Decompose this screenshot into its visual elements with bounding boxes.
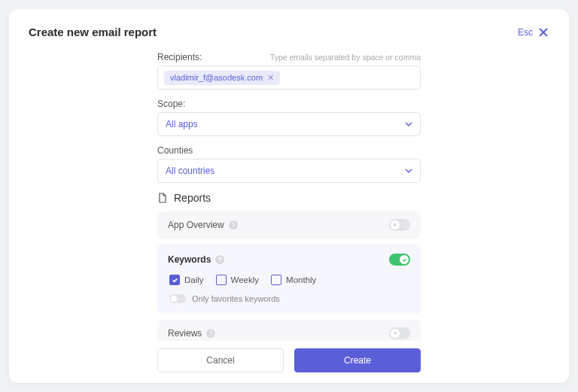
help-icon[interactable]: ?	[229, 220, 238, 229]
countries-select[interactable]: All countries	[157, 159, 421, 183]
scope-label: Scope:	[157, 99, 185, 109]
recipient-chip-label: vladimir_f@asodesk.com	[170, 73, 263, 82]
reports-section-header: Reports	[157, 192, 421, 204]
x-icon: ✕	[393, 330, 397, 336]
create-email-report-modal: Create new email report Esc Recipients: …	[9, 9, 569, 383]
cancel-button-label: Cancel	[206, 355, 234, 366]
help-icon[interactable]: ?	[215, 255, 224, 264]
document-icon	[157, 193, 168, 203]
toggle-app-overview[interactable]: ✕	[389, 219, 410, 231]
freq-weekly-label: Weekly	[231, 275, 260, 284]
toggle-reviews[interactable]: ✕	[389, 327, 410, 339]
remove-chip-icon[interactable]: ✕	[267, 73, 274, 83]
favorites-row: Only favorites keywords	[168, 294, 410, 303]
freq-weekly[interactable]: Weekly	[216, 275, 260, 285]
scope-value: All apps	[166, 119, 198, 129]
report-name-app-overview: App Overview	[168, 220, 224, 230]
recipients-hint: Type emails separated by space or comma	[270, 53, 421, 62]
modal-header: Create new email report Esc	[29, 26, 549, 38]
toggle-favorites[interactable]	[169, 294, 186, 303]
freq-daily[interactable]: Daily	[169, 275, 204, 285]
recipients-label: Recipients:	[157, 52, 202, 62]
report-name-reviews: Reviews	[168, 328, 202, 339]
chevron-down-icon	[405, 120, 412, 128]
x-icon: ✕	[393, 222, 397, 228]
cancel-button[interactable]: Cancel	[157, 348, 284, 372]
report-card-keywords: Keywords ?	[157, 245, 421, 314]
report-name-keywords: Keywords	[168, 254, 211, 265]
countries-label-row: Counties	[157, 145, 421, 156]
close-button[interactable]: Esc	[518, 26, 549, 38]
scope-select[interactable]: All apps	[157, 112, 421, 136]
countries-value: All countries	[166, 166, 214, 176]
check-icon	[402, 257, 407, 263]
toggle-keywords[interactable]	[389, 254, 410, 266]
recipient-chip: vladimir_f@asodesk.com ✕	[164, 71, 280, 85]
freq-daily-label: Daily	[184, 275, 204, 284]
favorites-label: Only favorites keywords	[192, 294, 280, 303]
close-icon	[537, 26, 549, 38]
frequency-options: Daily Weekly Monthly	[168, 275, 410, 285]
countries-label: Counties	[157, 145, 193, 156]
scope-label-row: Scope:	[157, 99, 421, 109]
report-card-reviews: Reviews ? ✕	[157, 320, 421, 341]
modal-footer: Cancel Create	[29, 341, 549, 372]
create-button-label: Create	[344, 355, 371, 366]
help-icon[interactable]: ?	[206, 329, 215, 338]
freq-monthly-label: Monthly	[286, 275, 316, 284]
check-icon	[172, 277, 178, 284]
form: Recipients: Type emails separated by spa…	[157, 52, 421, 341]
recipients-label-row: Recipients: Type emails separated by spa…	[157, 52, 421, 62]
esc-label: Esc	[518, 27, 533, 38]
chevron-down-icon	[405, 167, 412, 175]
freq-monthly[interactable]: Monthly	[271, 275, 316, 285]
reports-section-title: Reports	[174, 192, 211, 204]
modal-title: Create new email report	[29, 26, 157, 38]
recipients-input[interactable]: vladimir_f@asodesk.com ✕	[157, 65, 421, 90]
report-card-app-overview: App Overview ? ✕	[157, 211, 421, 239]
create-button[interactable]: Create	[294, 348, 421, 372]
